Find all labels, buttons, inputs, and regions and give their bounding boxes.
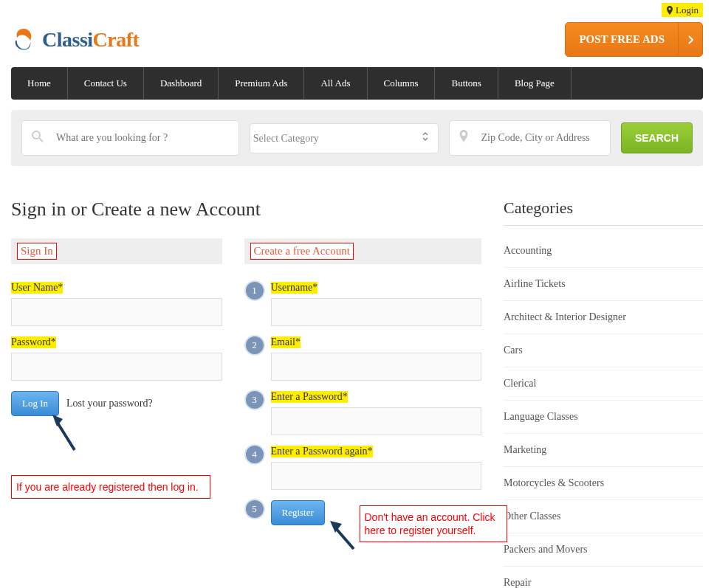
signin-username-input[interactable]: [11, 298, 222, 326]
login-link-label: Login: [676, 4, 698, 15]
category-item[interactable]: Other Classes: [504, 500, 703, 533]
lost-password-link[interactable]: Lost your password?: [66, 398, 153, 409]
signin-column: Sign In User Name* Password* Log In Lost…: [11, 238, 222, 525]
category-item[interactable]: Marketing: [504, 434, 703, 467]
register-annotation: Don't have an account. Click here to reg…: [360, 505, 507, 542]
select-chevron-icon: [413, 131, 438, 145]
login-annotation: If you are already registered then log i…: [11, 475, 210, 499]
signup-column: Create a free Account 1 Username* 2 Emai…: [244, 238, 482, 525]
main-nav: Home Contact Us Dashboard Premium Ads Al…: [11, 67, 703, 100]
search-location-box: [449, 120, 610, 156]
location-icon: [450, 121, 478, 155]
login-link[interactable]: Login: [662, 3, 703, 17]
svg-line-1: [39, 138, 43, 142]
category-item[interactable]: Architect & Interior Designer: [504, 301, 703, 334]
signin-password-label: Password*: [11, 336, 56, 348]
search-category-box[interactable]: Select Category: [250, 123, 439, 153]
category-item[interactable]: Airline Tickets: [504, 268, 703, 301]
svg-point-0: [32, 131, 40, 139]
signin-password-input[interactable]: [11, 353, 222, 381]
search-location-input[interactable]: [478, 123, 609, 153]
nav-item-home[interactable]: Home: [11, 67, 68, 100]
step-number-5: 5: [244, 499, 265, 519]
post-free-ads-button[interactable]: POST FREE ADS: [565, 22, 703, 57]
categories-title: Categories: [504, 198, 703, 226]
step-number-1: 1: [244, 280, 265, 301]
logo-mark-icon: [11, 27, 36, 52]
register-button[interactable]: Register: [271, 500, 325, 525]
category-item[interactable]: Clerical: [504, 367, 703, 401]
login-button[interactable]: Log In: [11, 391, 59, 416]
search-keyword-box: [21, 120, 239, 156]
signup-email-input[interactable]: [271, 353, 482, 381]
signin-username-label: User Name*: [11, 282, 63, 294]
category-item[interactable]: Packers and Movers: [504, 533, 703, 567]
search-button[interactable]: SEARCH: [621, 122, 693, 153]
signup-password-label: Enter a Password*: [271, 391, 348, 403]
post-free-ads-label: POST FREE ADS: [566, 23, 678, 56]
search-bar: Select Category SEARCH: [11, 110, 703, 166]
search-category-select[interactable]: Select Category: [250, 124, 413, 153]
nav-item-blog-page[interactable]: Blog Page: [498, 67, 571, 100]
site-logo[interactable]: ClassiCraft: [11, 27, 139, 52]
step-number-2: 2: [244, 335, 265, 356]
search-keyword-input[interactable]: [53, 123, 238, 153]
category-item[interactable]: Repair: [504, 567, 703, 588]
search-icon: [22, 121, 53, 155]
nav-item-premium-ads[interactable]: Premium Ads: [219, 67, 304, 100]
page-title: Sign in or Create a new Account: [11, 198, 481, 221]
category-item[interactable]: Accounting: [504, 235, 703, 268]
category-item[interactable]: Cars: [504, 334, 703, 367]
category-item[interactable]: Language Classes: [504, 401, 703, 434]
annotation-arrow-icon: [52, 415, 82, 452]
signup-password2-label: Enter a Password again*: [271, 446, 373, 457]
category-item[interactable]: Motorcycles & Scooters: [504, 467, 703, 500]
nav-item-buttons[interactable]: Buttons: [435, 67, 498, 100]
signup-username-label: Username*: [271, 282, 318, 294]
nav-item-contact[interactable]: Contact Us: [68, 67, 144, 100]
signup-password-input[interactable]: [271, 407, 482, 435]
signup-username-input[interactable]: [271, 298, 482, 326]
signup-heading: Create a free Account: [244, 238, 482, 264]
nav-item-all-ads[interactable]: All Ads: [304, 67, 367, 100]
nav-item-dashboard[interactable]: Dashboard: [144, 67, 219, 100]
annotation-arrow-icon: [330, 521, 360, 550]
pin-icon: [666, 6, 673, 15]
sidebar: Categories Accounting Airline Tickets Ar…: [504, 198, 703, 588]
chevron-right-icon: [678, 23, 702, 56]
step-number-3: 3: [244, 390, 265, 410]
signin-heading: Sign In: [11, 238, 222, 264]
logo-text: ClassiCraft: [42, 28, 139, 52]
nav-item-columns[interactable]: Columns: [368, 67, 436, 100]
categories-list: Accounting Airline Tickets Architect & I…: [504, 235, 703, 588]
signup-password2-input[interactable]: [271, 462, 482, 490]
step-number-4: 4: [244, 444, 265, 465]
signup-email-label: Email*: [271, 336, 301, 348]
